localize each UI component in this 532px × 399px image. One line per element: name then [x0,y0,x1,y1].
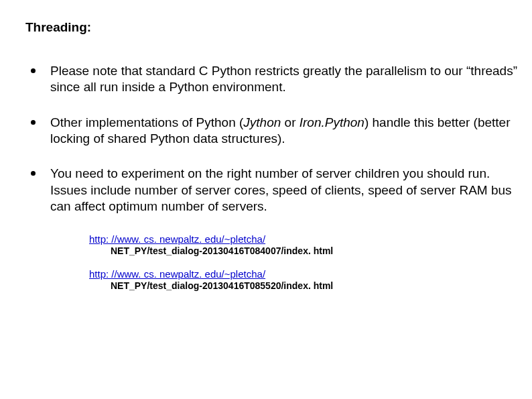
reference-link[interactable]: http: //www. cs. newpaltz. edu/~pletcha/ [89,233,265,245]
text-span: or [281,115,299,129]
slide-title: Threading: [25,20,520,35]
link-subpath: NET_PY/test_dialog-20130416T084007/index… [111,245,520,256]
bullet-icon [31,171,36,176]
list-item: You need to experiment on the right numb… [31,166,520,215]
bullet-icon [31,120,36,125]
bullet-icon [31,68,36,73]
italic-text: Iron.Python [300,115,364,129]
link-group: http: //www. cs. newpaltz. edu/~pletcha/… [89,233,520,256]
bullet-list: Please note that standard C Python restr… [25,63,520,215]
bullet-text: Other implementations of Python (Jython … [50,115,520,148]
list-item: Please note that standard C Python restr… [31,63,520,96]
text-span: Other implementations of Python ( [50,115,243,129]
bullet-text: Please note that standard C Python restr… [50,63,520,96]
reference-link[interactable]: http: //www. cs. newpaltz. edu/~pletcha/ [89,268,265,280]
link-subpath: NET_PY/test_dialog-20130416T085520/index… [111,280,520,291]
list-item: Other implementations of Python (Jython … [31,115,520,148]
links-block: http: //www. cs. newpaltz. edu/~pletcha/… [89,233,520,291]
italic-text: Jython [243,115,281,129]
link-group: http: //www. cs. newpaltz. edu/~pletcha/… [89,268,520,291]
bullet-text: You need to experiment on the right numb… [50,166,520,215]
